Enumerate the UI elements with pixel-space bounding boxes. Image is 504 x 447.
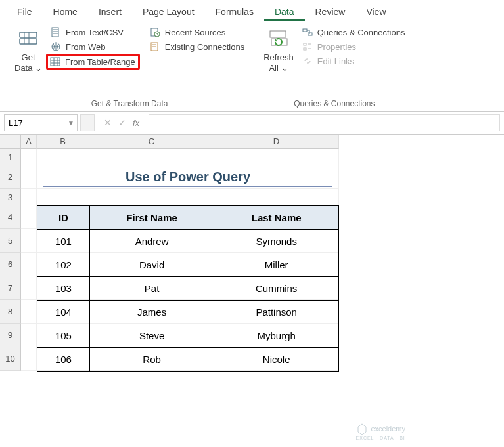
column-headers: ABCD xyxy=(21,135,339,149)
select-all-corner[interactable] xyxy=(0,135,21,149)
row-header-10[interactable]: 10 xyxy=(0,347,21,371)
table-cell[interactable]: Symonds xyxy=(214,230,339,253)
column-header-C[interactable]: C xyxy=(89,135,214,149)
column-header-B[interactable]: B xyxy=(37,135,89,149)
formula-input[interactable] xyxy=(149,114,500,131)
svg-rect-15 xyxy=(304,48,306,50)
tab-page-layout[interactable]: Page Layout xyxy=(132,3,205,21)
tab-review[interactable]: Review xyxy=(305,3,356,21)
table-header[interactable]: ID xyxy=(37,206,90,230)
row-header-4[interactable]: 4 xyxy=(0,205,21,229)
svg-rect-12 xyxy=(303,29,307,32)
row-headers: 12345678910 xyxy=(0,149,21,371)
table-cell[interactable]: 103 xyxy=(37,277,90,301)
row-header-6[interactable]: 6 xyxy=(0,253,21,276)
row-header-5[interactable]: 5 xyxy=(0,229,21,253)
row-header-2[interactable]: 2 xyxy=(0,165,21,189)
row-header-8[interactable]: 8 xyxy=(0,300,21,324)
svg-rect-1 xyxy=(20,39,37,44)
queries-connections-button[interactable]: Queries & Connections xyxy=(298,25,409,39)
svg-rect-10 xyxy=(270,31,286,37)
svg-rect-11 xyxy=(271,39,287,45)
table-cell[interactable]: Pattinson xyxy=(214,301,339,324)
formula-bar-actions: ✕ ✓ fx xyxy=(97,117,146,128)
table-cell[interactable]: Steve xyxy=(89,324,214,348)
column-header-D[interactable]: D xyxy=(214,135,339,149)
enter-icon[interactable]: ✓ xyxy=(118,117,126,128)
text-csv-icon xyxy=(50,26,62,38)
table-header[interactable]: Last Name xyxy=(214,206,339,230)
table-cell[interactable]: Andrew xyxy=(89,230,214,253)
table-cell[interactable]: 106 xyxy=(37,348,90,372)
refresh-all-icon xyxy=(267,28,290,51)
get-data-icon xyxy=(16,28,40,51)
formula-bar-separator xyxy=(80,114,95,131)
svg-rect-13 xyxy=(308,33,312,35)
tab-formulas[interactable]: Formulas xyxy=(205,3,264,21)
table-cell[interactable]: Miller xyxy=(214,253,339,277)
table-range-icon xyxy=(49,56,61,68)
spreadsheet-grid: ABCD 12345678910 Use of Power QueryIDFir… xyxy=(0,135,504,371)
tab-insert[interactable]: Insert xyxy=(88,3,132,21)
ribbon-tabs: File Home Insert Page Layout Formulas Da… xyxy=(0,0,504,21)
queries-connections-icon xyxy=(302,26,313,38)
cancel-icon[interactable]: ✕ xyxy=(104,117,112,128)
recent-sources-icon xyxy=(149,26,161,38)
cells-area[interactable]: Use of Power QueryIDFirst NameLast Name1… xyxy=(21,149,339,371)
table-cell[interactable]: Nicole xyxy=(214,348,339,372)
table-cell[interactable]: David xyxy=(89,253,214,277)
table-cell[interactable]: 104 xyxy=(37,301,90,324)
fx-icon[interactable]: fx xyxy=(133,118,139,128)
from-table-range-button[interactable]: From Table/Range xyxy=(46,54,140,70)
group-get-transform: Get Data ⌄ From Text/CSV From Web From T… xyxy=(5,25,254,110)
table-cell[interactable]: James xyxy=(89,301,214,324)
existing-connections-icon xyxy=(149,41,161,53)
table-cell[interactable]: 105 xyxy=(37,324,90,348)
tab-view[interactable]: View xyxy=(355,3,396,21)
row-header-7[interactable]: 7 xyxy=(0,276,21,300)
table-cell[interactable]: Cummins xyxy=(214,277,339,301)
get-data-label: Get Data ⌄ xyxy=(14,53,42,73)
watermark: exceldemy EXCEL · DATA · BI xyxy=(355,423,405,440)
data-table[interactable]: IDFirst NameLast Name101AndrewSymonds102… xyxy=(37,205,339,372)
existing-connections-button[interactable]: Existing Connections xyxy=(145,39,248,54)
tab-home[interactable]: Home xyxy=(43,3,88,21)
from-web-button[interactable]: From Web xyxy=(46,39,140,54)
name-box[interactable]: L17 ▼ xyxy=(4,114,78,131)
row-header-1[interactable]: 1 xyxy=(0,149,21,165)
properties-icon xyxy=(302,41,313,53)
table-header[interactable]: First Name xyxy=(89,206,214,230)
group-queries-connections: Refresh All ⌄ Queries & Connections Prop… xyxy=(254,25,414,110)
formula-bar: L17 ▼ ✕ ✓ fx xyxy=(0,112,504,135)
from-text-csv-button[interactable]: From Text/CSV xyxy=(46,25,140,39)
row-header-9[interactable]: 9 xyxy=(0,324,21,347)
web-icon xyxy=(50,41,62,53)
tab-data[interactable]: Data xyxy=(264,3,305,21)
recent-sources-button[interactable]: Recent Sources xyxy=(145,25,248,39)
sheet-title: Use of Power Query xyxy=(37,165,339,184)
get-data-button[interactable]: Get Data ⌄ xyxy=(11,25,46,75)
table-cell[interactable]: 102 xyxy=(37,253,90,277)
table-cell[interactable]: 101 xyxy=(37,230,90,253)
group-label-get-transform: Get & Transform Data xyxy=(11,99,248,110)
svg-rect-0 xyxy=(20,32,37,37)
table-cell[interactable]: Myburgh xyxy=(214,324,339,348)
refresh-all-button[interactable]: Refresh All ⌄ xyxy=(260,25,298,75)
svg-rect-4 xyxy=(52,28,58,37)
refresh-all-label: Refresh All ⌄ xyxy=(263,53,294,73)
column-header-A[interactable]: A xyxy=(21,135,37,149)
ribbon: Get Data ⌄ From Text/CSV From Web From T… xyxy=(0,21,504,112)
properties-button[interactable]: Properties xyxy=(298,39,409,54)
svg-rect-14 xyxy=(304,43,306,45)
tab-file[interactable]: File xyxy=(7,3,43,21)
svg-rect-6 xyxy=(51,58,60,66)
edit-links-button[interactable]: Edit Links xyxy=(298,54,409,68)
table-cell[interactable]: Rob xyxy=(89,348,214,372)
edit-links-icon xyxy=(302,55,313,67)
name-box-dropdown-icon[interactable]: ▼ xyxy=(68,119,74,127)
table-cell[interactable]: Pat xyxy=(89,277,214,301)
group-label-queries-connections: Queries & Connections xyxy=(260,99,409,110)
row-header-3[interactable]: 3 xyxy=(0,189,21,205)
